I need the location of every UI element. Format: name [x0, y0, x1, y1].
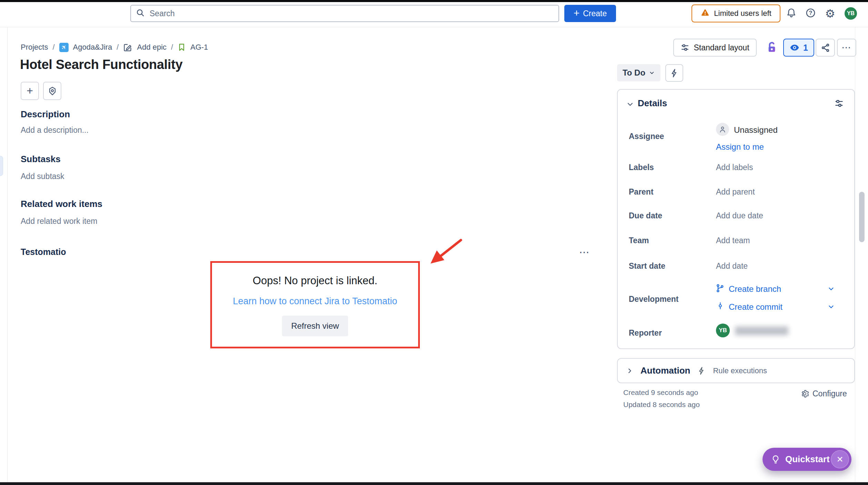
details-settings-icon[interactable]: [834, 99, 844, 108]
header-divider: [0, 27, 868, 27]
team-value[interactable]: Add team: [716, 236, 750, 245]
start-date-value[interactable]: Add date: [716, 261, 748, 271]
limited-users-banner[interactable]: Limited users left: [692, 4, 780, 22]
plus-icon: +: [574, 8, 580, 18]
labels-label: Labels: [629, 163, 654, 172]
gear-icon: [800, 389, 809, 398]
automation-panel[interactable]: Automation Rule executions: [617, 358, 855, 383]
add-content-button[interactable]: +: [21, 82, 39, 100]
breadcrumb-separator: /: [171, 43, 173, 52]
status-dropdown[interactable]: To Do: [617, 64, 660, 81]
chevron-down-icon[interactable]: [827, 303, 835, 310]
subtasks-heading: Subtasks: [21, 154, 61, 165]
global-search[interactable]: [130, 5, 559, 22]
chevron-down-icon[interactable]: [626, 100, 634, 108]
story-bookmark-icon: [178, 43, 186, 51]
help-button[interactable]: ?: [805, 8, 816, 19]
configure-button[interactable]: Configure: [800, 389, 847, 398]
create-commit-link[interactable]: Create commit: [729, 302, 783, 312]
due-date-value[interactable]: Add due date: [716, 211, 763, 220]
eye-icon: [789, 42, 800, 53]
avatar-initials: YB: [719, 327, 727, 334]
no-project-linked-panel: Oops! No project is linked. Learn how to…: [210, 261, 420, 348]
refresh-view-button[interactable]: Refresh view: [282, 316, 348, 336]
sidebar-divider: [7, 27, 8, 482]
testomatio-more-button[interactable]: ⋯: [579, 247, 590, 257]
project-avatar-icon: ✈: [59, 43, 69, 52]
apps-badge-icon: [48, 86, 57, 96]
due-date-label: Due date: [629, 211, 662, 220]
add-subtask-link[interactable]: Add subtask: [21, 172, 64, 181]
breadcrumb-projects[interactable]: Projects: [21, 43, 48, 52]
notifications-button[interactable]: [785, 8, 797, 19]
chevron-right-icon: [626, 367, 634, 375]
updated-timestamp: Updated 8 seconds ago: [623, 400, 700, 409]
assign-to-me-link[interactable]: Assign to me: [716, 142, 764, 152]
quickstart-button[interactable]: Quickstart ✕: [763, 448, 851, 471]
breadcrumb-issue-key[interactable]: AG-1: [190, 43, 208, 52]
configure-label: Configure: [813, 389, 847, 398]
start-date-label: Start date: [629, 261, 665, 271]
automation-heading: Automation: [640, 365, 690, 376]
panel-right-divider: [855, 27, 855, 482]
gear-icon: ⚙: [825, 8, 835, 19]
watchers-count: 1: [803, 43, 808, 53]
parent-value[interactable]: Add parent: [716, 187, 755, 197]
top-edge-bar: [0, 0, 868, 2]
layout-sliders-icon: [680, 43, 689, 52]
team-label: Team: [629, 236, 649, 245]
watchers-button[interactable]: 1: [783, 39, 814, 57]
question-icon: ?: [805, 8, 816, 20]
share-button[interactable]: [816, 39, 835, 57]
create-button[interactable]: + Create: [564, 5, 616, 22]
description-placeholder[interactable]: Add a description...: [21, 126, 89, 135]
bottom-edge-bar: [0, 482, 868, 485]
settings-button[interactable]: ⚙: [824, 7, 836, 20]
lightning-icon: [669, 68, 679, 78]
bell-icon: [786, 8, 797, 20]
breadcrumb-project[interactable]: Agoda&Jira: [73, 43, 112, 52]
create-button-label: Create: [583, 9, 607, 18]
quickstart-label: Quickstart: [785, 454, 830, 465]
apps-button[interactable]: [43, 82, 61, 100]
svg-text:?: ?: [809, 10, 812, 16]
details-panel: Details Assignee Unassigned Assign to me…: [617, 89, 855, 349]
assignee-value[interactable]: Unassigned: [734, 125, 778, 135]
quickstart-close-button[interactable]: ✕: [831, 450, 849, 468]
user-avatar[interactable]: YB: [845, 7, 857, 20]
labels-value[interactable]: Add labels: [716, 163, 753, 172]
created-timestamp: Created 9 seconds ago: [623, 388, 698, 397]
breadcrumb-add-epic[interactable]: Add epic: [137, 43, 166, 52]
create-branch-link[interactable]: Create branch: [729, 284, 781, 294]
share-icon: [821, 43, 830, 52]
more-actions-button[interactable]: ⋯: [837, 39, 856, 57]
chevron-down-icon[interactable]: [827, 285, 835, 293]
breadcrumb-separator: /: [117, 43, 119, 52]
avatar-initials: YB: [847, 10, 855, 17]
standard-layout-button[interactable]: Standard layout: [673, 39, 757, 57]
sidebar-expand-handle[interactable]: [0, 156, 3, 176]
reporter-name-redacted[interactable]: [735, 326, 788, 335]
vertical-scrollbar[interactable]: [859, 192, 865, 242]
search-icon: [136, 8, 145, 19]
lightning-icon: [697, 366, 706, 375]
issue-title[interactable]: Hotel Search Functionality: [20, 57, 183, 72]
add-related-work-link[interactable]: Add related work item: [21, 217, 97, 226]
reporter-avatar[interactable]: YB: [716, 324, 730, 337]
testomatio-heading: Testomatio: [21, 247, 66, 257]
chevron-down-icon: [649, 70, 655, 76]
description-heading: Description: [21, 109, 70, 120]
breadcrumb-separator: /: [52, 43, 54, 52]
rule-executions-label: Rule executions: [713, 366, 767, 375]
breadcrumb: Projects / ✈ Agoda&Jira / Add epic / AG-…: [21, 42, 208, 52]
unassigned-avatar-icon: [716, 123, 729, 136]
standard-layout-label: Standard layout: [694, 43, 749, 52]
details-heading[interactable]: Details: [638, 98, 667, 109]
development-label: Development: [629, 295, 678, 304]
related-work-heading: Related work items: [21, 199, 102, 209]
automation-quick-button[interactable]: [665, 64, 683, 82]
unrestricted-access-button[interactable]: [765, 40, 779, 55]
edit-icon: [123, 43, 132, 52]
search-input[interactable]: [149, 9, 554, 19]
learn-how-link[interactable]: Learn how to connect Jira to Testomatio: [233, 296, 397, 307]
